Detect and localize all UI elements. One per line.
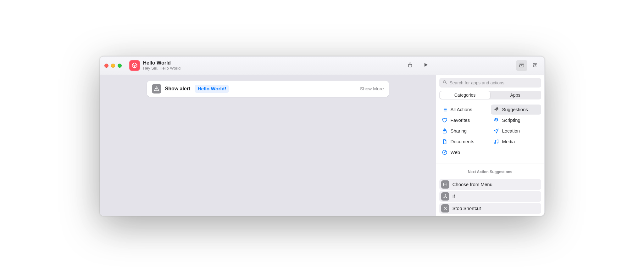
category-favorites[interactable]: Favorites — [439, 115, 490, 125]
run-button[interactable] — [419, 60, 432, 71]
category-media[interactable]: Media — [491, 137, 541, 147]
close-icon — [441, 204, 449, 212]
action-card-show-alert[interactable]: Show alert Hello World! Show More — [147, 81, 389, 97]
sparkle-icon — [493, 107, 499, 112]
window-title: Hello World — [143, 60, 181, 66]
category-label: Favorites — [451, 117, 470, 123]
svg-point-16 — [443, 109, 443, 110]
category-label: Media — [502, 139, 515, 144]
location-icon — [493, 128, 499, 134]
svg-point-21 — [494, 142, 495, 143]
category-documents[interactable]: Documents — [439, 137, 490, 147]
share-icon — [407, 62, 413, 69]
document-icon — [442, 139, 447, 144]
alert-icon — [152, 84, 161, 94]
settings-tab-button[interactable] — [529, 60, 541, 71]
svg-point-23 — [442, 150, 447, 155]
svg-point-7 — [534, 63, 535, 64]
svg-point-29 — [446, 197, 447, 198]
sidebar-divider — [436, 163, 544, 163]
compass-icon — [442, 150, 447, 155]
library-sidebar: Categories Apps — [436, 57, 544, 216]
search-input[interactable] — [450, 80, 538, 85]
svg-point-18 — [443, 110, 443, 111]
category-label: Scripting — [502, 117, 520, 123]
category-label: Suggestions — [502, 107, 528, 112]
category-label: Location — [502, 128, 520, 133]
shortcuts-editor-window: Hello World Hey Siri, Hello World — [100, 56, 545, 216]
suggestion-stop-shortcut[interactable]: Stop Shortcut — [439, 203, 541, 214]
category-location[interactable]: Location — [491, 126, 541, 136]
category-label: Web — [451, 150, 460, 155]
svg-rect-24 — [443, 183, 447, 186]
window-subtitle: Hey Siri, Hello World — [143, 66, 181, 71]
svg-point-9 — [535, 64, 536, 65]
sliders-icon — [532, 62, 538, 69]
shortcut-app-icon — [129, 60, 140, 71]
list-icon — [442, 107, 447, 112]
titlebar: Hello World Hey Siri, Hello World — [100, 57, 436, 75]
suggestion-label: Stop Shortcut — [452, 206, 481, 211]
category-web[interactable]: Web — [439, 147, 490, 157]
search-field[interactable] — [439, 78, 541, 88]
category-all-actions[interactable]: All Actions — [439, 105, 490, 115]
suggestion-choose-from-menu[interactable]: Choose from Menu — [439, 179, 541, 190]
play-icon — [423, 62, 429, 69]
suggestion-label: If — [452, 194, 455, 199]
library-icon — [519, 62, 525, 69]
share-icon — [442, 128, 447, 134]
close-window-button[interactable] — [104, 64, 108, 68]
search-icon — [442, 80, 447, 86]
minimize-window-button[interactable] — [111, 64, 115, 68]
category-label: All Actions — [451, 107, 472, 112]
svg-point-11 — [533, 65, 534, 66]
share-button[interactable] — [404, 60, 416, 71]
branch-icon — [441, 192, 449, 201]
window-controls — [104, 64, 122, 68]
workflow-canvas[interactable]: Show alert Hello World! Show More — [100, 75, 436, 216]
segment-apps[interactable]: Apps — [490, 91, 541, 99]
main-panel: Hello World Hey Siri, Hello World — [100, 57, 436, 216]
svg-line-13 — [445, 82, 446, 83]
category-suggestions[interactable]: Suggestions — [491, 105, 541, 115]
suggestion-if[interactable]: If — [439, 191, 541, 202]
svg-point-14 — [443, 108, 443, 108]
action-name: Show alert — [165, 86, 191, 92]
svg-point-28 — [444, 197, 444, 198]
music-icon — [493, 139, 499, 144]
show-more-toggle[interactable]: Show More — [360, 86, 384, 91]
zoom-window-button[interactable] — [118, 64, 122, 68]
library-segmented-control: Categories Apps — [439, 91, 541, 99]
svg-point-22 — [497, 142, 498, 143]
suggestions-list: Choose from Menu If — [439, 179, 541, 214]
segment-categories[interactable]: Categories — [440, 91, 490, 99]
category-label: Sharing — [451, 128, 467, 133]
svg-point-27 — [445, 194, 446, 195]
heart-icon — [442, 117, 447, 123]
svg-point-2 — [156, 90, 157, 90]
sidebar-toolbar — [436, 57, 544, 75]
category-grid: All Actions Suggestions — [439, 103, 541, 157]
suggestion-label: Choose from Menu — [452, 182, 493, 187]
category-label: Documents — [451, 139, 475, 144]
category-scripting[interactable]: Scripting — [491, 115, 541, 125]
menu-icon — [441, 180, 449, 189]
action-parameter-token[interactable]: Hello World! — [195, 85, 229, 93]
category-sharing[interactable]: Sharing — [439, 126, 490, 136]
suggestions-header: Next Action Suggestions — [439, 167, 541, 176]
library-tab-button[interactable] — [516, 60, 527, 71]
scripting-icon — [493, 117, 499, 123]
